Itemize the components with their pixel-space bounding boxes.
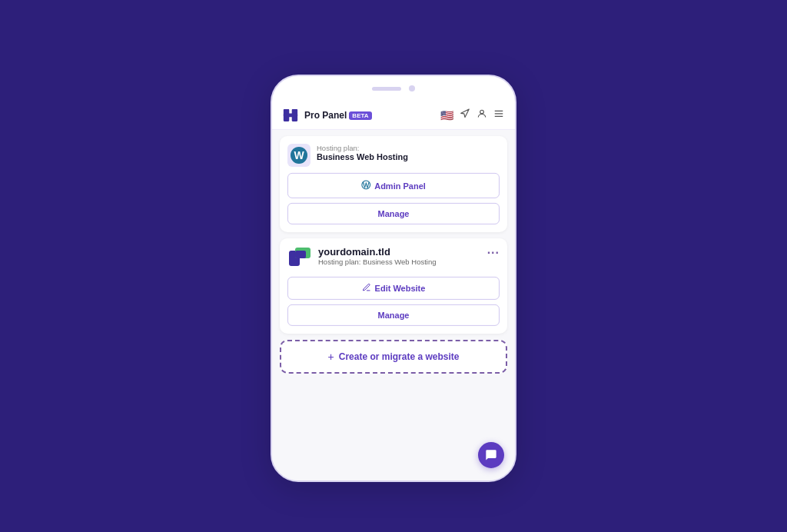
beta-badge: BETA — [349, 111, 371, 120]
edit-website-icon — [362, 283, 371, 294]
edit-website-label: Edit Website — [375, 284, 426, 293]
svg-rect-12 — [295, 251, 306, 258]
edit-website-button[interactable]: Edit Website — [287, 277, 500, 300]
card2-header: yourdomain.tld Hosting plan: Business We… — [287, 246, 500, 271]
phone-content: W Hosting plan: Business Web Hosting Ⓦ A… — [272, 130, 515, 475]
card1-plan-name: Business Web Hosting — [317, 152, 500, 161]
phone-mockup: Pro PanelBETA 🇺🇸 — [271, 75, 516, 482]
app-title: Pro PanelBETA — [304, 109, 434, 120]
card1-plan-label: Hosting plan: — [317, 144, 500, 152]
wordpress-icon: W — [291, 147, 307, 164]
domain-card: yourdomain.tld Hosting plan: Business We… — [280, 238, 507, 334]
card1-manage-label: Manage — [378, 209, 410, 218]
menu-icon[interactable] — [493, 108, 504, 121]
create-migrate-card[interactable]: + Create or migrate a website — [280, 340, 507, 374]
user-icon[interactable] — [477, 108, 487, 121]
phone-speaker — [372, 86, 401, 90]
card1-avatar: W — [287, 144, 310, 167]
phone-top-bar — [372, 85, 415, 91]
card2-menu-dots[interactable]: ··· — [487, 246, 500, 260]
card2-manage-button[interactable]: Manage — [287, 304, 500, 326]
app-header-icons: 🇺🇸 — [440, 108, 504, 121]
svg-rect-5 — [284, 113, 297, 117]
card2-info: yourdomain.tld Hosting plan: Business We… — [318, 246, 481, 266]
wordpress-card: W Hosting plan: Business Web Hosting Ⓦ A… — [280, 136, 507, 232]
card2-manage-label: Manage — [378, 311, 410, 320]
admin-panel-label: Admin Panel — [374, 181, 426, 190]
phone-camera — [409, 85, 415, 91]
flag-icon[interactable]: 🇺🇸 — [440, 108, 453, 121]
card1-header: W Hosting plan: Business Web Hosting — [287, 144, 500, 167]
card1-manage-button[interactable]: Manage — [287, 203, 500, 224]
app-logo-icon — [283, 108, 298, 121]
phone-side-button-right — [515, 184, 516, 222]
phone-screen: Pro PanelBETA 🇺🇸 — [272, 101, 515, 480]
admin-panel-button[interactable]: Ⓦ Admin Panel — [287, 173, 500, 198]
wordpress-btn-icon: Ⓦ — [361, 179, 370, 192]
chat-button[interactable] — [478, 442, 504, 468]
plus-icon: + — [328, 351, 334, 363]
megaphone-icon[interactable] — [460, 108, 470, 121]
card2-plan: Hosting plan: Business Web Hosting — [318, 258, 481, 266]
card1-info: Hosting plan: Business Web Hosting — [317, 144, 500, 161]
svg-point-6 — [480, 110, 484, 114]
domain-icon — [287, 246, 312, 271]
create-migrate-label: Create or migrate a website — [339, 351, 460, 362]
app-header: Pro PanelBETA 🇺🇸 — [272, 101, 515, 130]
domain-name: yourdomain.tld — [318, 246, 481, 258]
phone-frame: Pro PanelBETA 🇺🇸 — [271, 75, 516, 482]
